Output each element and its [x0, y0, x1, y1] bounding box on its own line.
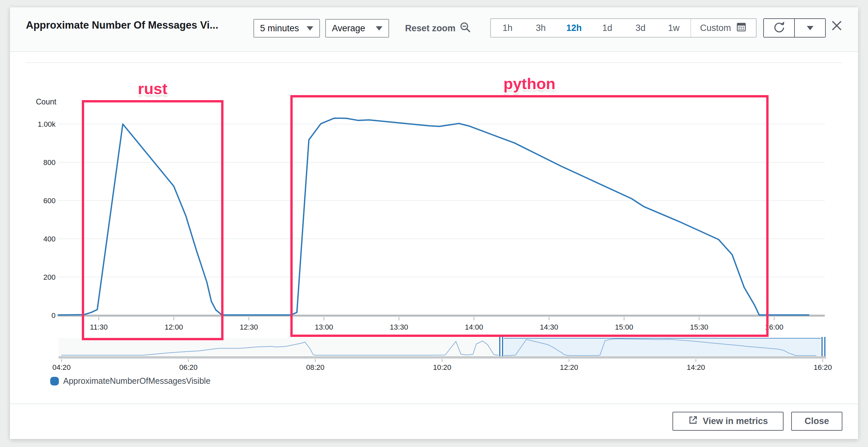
svg-text:800: 800 — [43, 158, 56, 167]
annotation-box-python: python — [290, 95, 769, 337]
view-in-metrics-label: View in metrics — [703, 416, 768, 426]
chevron-down-icon — [307, 26, 313, 31]
svg-text:15:00: 15:00 — [615, 323, 633, 331]
svg-text:04:20: 04:20 — [52, 363, 70, 371]
svg-text:06:20: 06:20 — [179, 363, 197, 371]
time-range-1w[interactable]: 1w — [657, 19, 690, 37]
brush-handle-left[interactable] — [498, 337, 504, 356]
svg-text:12:20: 12:20 — [560, 363, 578, 371]
svg-text:12:30: 12:30 — [240, 323, 258, 331]
chevron-down-icon — [376, 26, 382, 31]
time-range-custom[interactable]: Custom — [690, 19, 756, 37]
svg-text:400: 400 — [43, 235, 56, 243]
refresh-button[interactable] — [764, 19, 794, 37]
svg-text:13:00: 13:00 — [315, 323, 333, 331]
y-axis-title: Count — [36, 97, 56, 107]
custom-label: Custom — [700, 23, 731, 33]
time-range-1d[interactable]: 1d — [591, 19, 624, 37]
svg-text:10:20: 10:20 — [433, 363, 451, 371]
brush-handle-right[interactable] — [821, 337, 826, 356]
svg-text:11:30: 11:30 — [90, 323, 107, 331]
legend-color-marker — [50, 377, 59, 385]
refresh-button-group — [763, 18, 826, 37]
chart-panel-top-border — [26, 62, 842, 63]
close-icon[interactable] — [830, 19, 843, 32]
time-range-control: 1h 3h 12h 1d 3d 1w Custom — [490, 18, 756, 37]
main-series-line — [58, 118, 809, 315]
time-range-3h[interactable]: 3h — [524, 19, 557, 37]
close-button-label: Close — [804, 416, 829, 426]
svg-text:13:30: 13:30 — [390, 323, 408, 331]
dialog-footer: View in metrics Close — [10, 404, 858, 439]
refresh-options-button[interactable] — [795, 19, 825, 37]
metric-dialog: 02004006008001.00k11:3012:0012:3013:0013… — [10, 7, 858, 439]
zoom-out-icon — [460, 22, 472, 35]
reset-zoom-label: Reset zoom — [405, 23, 456, 34]
svg-text:600: 600 — [43, 197, 56, 205]
svg-text:14:20: 14:20 — [687, 363, 705, 371]
reset-zoom-button[interactable]: Reset zoom — [405, 19, 472, 37]
legend-label: ApproximateNumberOfMessagesVisible — [63, 376, 211, 386]
annotation-box-rust: rust — [82, 100, 223, 340]
period-select-value: 5 minutes — [260, 23, 299, 34]
svg-text:1.00k: 1.00k — [38, 120, 56, 128]
chevron-down-icon — [807, 26, 813, 30]
svg-text:200: 200 — [43, 273, 56, 281]
view-in-metrics-button[interactable]: View in metrics — [673, 412, 783, 431]
time-range-12h[interactable]: 12h — [557, 19, 591, 37]
svg-text:14:30: 14:30 — [540, 323, 558, 331]
calendar-icon — [736, 21, 747, 35]
statistic-select[interactable]: Average — [325, 19, 389, 37]
period-select[interactable]: 5 minutes — [253, 19, 320, 37]
svg-text:0: 0 — [52, 311, 56, 320]
time-range-1h[interactable]: 1h — [491, 19, 524, 37]
dialog-title: Approximate Number Of Messages Vi... — [26, 19, 218, 31]
svg-text:08:20: 08:20 — [306, 363, 324, 371]
annotation-label-python: python — [503, 74, 556, 93]
legend-item[interactable]: ApproximateNumberOfMessagesVisible — [50, 376, 211, 386]
brush-series-line — [61, 339, 816, 356]
refresh-icon — [773, 22, 785, 35]
external-link-icon — [688, 415, 698, 427]
statistic-select-value: Average — [332, 23, 365, 34]
annotation-label-rust: rust — [138, 80, 167, 98]
svg-text:16:20: 16:20 — [813, 363, 832, 371]
close-button[interactable]: Close — [791, 412, 842, 431]
svg-text:15:30: 15:30 — [690, 323, 708, 331]
svg-text:16:00: 16:00 — [765, 323, 783, 331]
svg-text:12:00: 12:00 — [165, 323, 183, 331]
dialog-header: Approximate Number Of Messages Vi... 5 m… — [10, 7, 858, 52]
brush-selection[interactable] — [501, 338, 824, 356]
time-range-3d[interactable]: 3d — [624, 19, 657, 37]
svg-text:14:00: 14:00 — [465, 323, 483, 331]
